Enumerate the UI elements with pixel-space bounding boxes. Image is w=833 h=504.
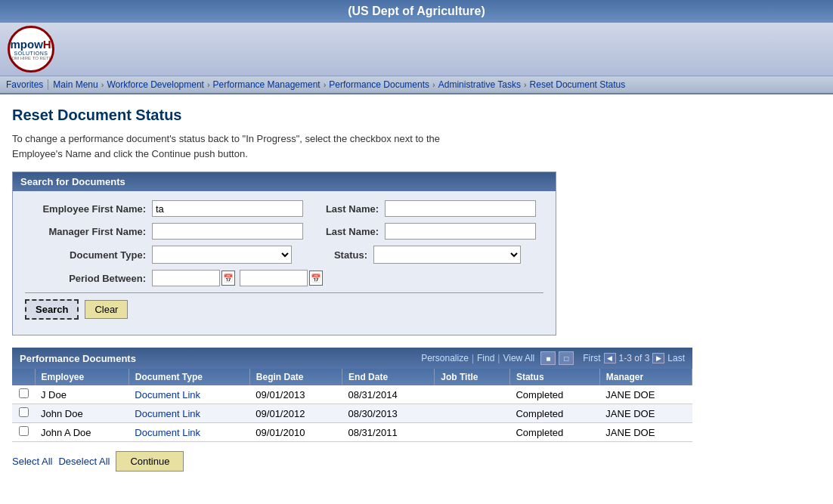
col-status: Status [509, 369, 599, 385]
manager-first-name-label: Manager First Name: [25, 226, 146, 237]
clear-button[interactable]: Clear [85, 300, 128, 319]
main-content: Reset Document Status To change a perfor… [0, 94, 833, 484]
toolbar-view-all[interactable]: View All [503, 353, 534, 363]
page-title: Reset Document Status [12, 107, 821, 124]
nav-workforce-dev[interactable]: Workforce Development [107, 79, 204, 90]
continue-button[interactable]: Continue [116, 451, 184, 472]
nav-sep-5: › [524, 80, 527, 89]
table-header-row: Employee Document Type Begin Date End Da… [12, 369, 692, 385]
search-header: Search for Documents [13, 172, 556, 191]
toolbar-personalize[interactable]: Personalize [421, 353, 469, 363]
toolbar-sep-2: | [497, 353, 500, 363]
top-banner: (US Dept of Agriculture) [0, 0, 833, 23]
perf-docs-toolbar: Personalize | Find | View All ■ □ First … [421, 351, 685, 365]
select-all-link[interactable]: Select All [12, 456, 52, 467]
nav-reset-doc-status[interactable]: Reset Document Status [530, 79, 626, 90]
toolbar-find[interactable]: Find [477, 353, 494, 363]
nav-main-menu[interactable]: Main Menu [53, 79, 98, 90]
row-doc-type-0: Document Link [129, 385, 249, 404]
search-section: Search for Documents Employee First Name… [12, 172, 556, 335]
logo-tagline: FROM HIRE TO RETIRE [8, 56, 54, 60]
page-next-btn[interactable]: ▶ [652, 353, 664, 363]
status-col: Status: [307, 246, 521, 264]
doc-link-2[interactable]: Document Link [135, 427, 200, 438]
nav-favorites[interactable]: Favorites [6, 79, 43, 90]
last-name-col: Last Name: [318, 200, 536, 217]
logo-circle: EmpowHR SOLUTIONS FROM HIRE TO RETIRE [8, 26, 54, 73]
col-manager: Manager [599, 369, 692, 385]
nav-perf-mgmt[interactable]: Performance Management [213, 79, 321, 90]
table-row: John Doe Document Link 09/01/2012 08/30/… [12, 404, 692, 423]
form-buttons-row: Search Clear [25, 299, 543, 320]
row-checkbox-2[interactable] [19, 426, 29, 436]
row-manager-1: JANE DOE [599, 404, 692, 423]
logo-hr-text: HR [43, 38, 54, 51]
page-description: To change a performance document's statu… [12, 131, 821, 161]
nav-bar: Favorites Main Menu › Workforce Developm… [0, 76, 833, 94]
row-begin-date-1: 09/01/2012 [249, 404, 342, 423]
row-begin-date-2: 09/01/2010 [249, 423, 342, 442]
header: EmpowHR SOLUTIONS FROM HIRE TO RETIRE [0, 23, 833, 76]
row-end-date-0: 08/31/2014 [342, 385, 435, 404]
form-row-employee-name: Employee First Name: Last Name: [25, 200, 543, 217]
last-name-input[interactable] [385, 200, 536, 217]
period-between-label: Period Between: [25, 273, 146, 284]
doc-link-0[interactable]: Document Link [135, 389, 200, 400]
nav-divider-1 [48, 79, 48, 90]
period-to-input[interactable] [240, 270, 308, 286]
search-button[interactable]: Search [25, 299, 79, 320]
col-begin-date: Begin Date [249, 369, 342, 385]
toolbar-icon-btn-2[interactable]: □ [559, 351, 574, 365]
document-type-label: Document Type: [25, 249, 146, 261]
toolbar-icons: ■ □ [540, 351, 574, 365]
perf-docs-title: Performance Documents [20, 353, 136, 364]
nav-perf-docs[interactable]: Performance Documents [329, 79, 429, 90]
row-end-date-1: 08/30/2013 [342, 404, 435, 423]
manager-last-name-input[interactable] [385, 223, 536, 240]
row-checkbox-cell [12, 423, 35, 442]
row-status-1: Completed [509, 404, 599, 423]
status-label: Status: [307, 249, 367, 261]
logo-container: EmpowHR SOLUTIONS FROM HIRE TO RETIRE [8, 26, 54, 73]
row-employee-0: J Doe [35, 385, 129, 404]
toolbar-icon-btn-1[interactable]: ■ [540, 351, 556, 365]
search-body: Employee First Name: Last Name: Manager … [13, 191, 556, 335]
form-divider [25, 292, 543, 293]
calendar-to-icon[interactable]: 📅 [309, 271, 323, 286]
row-status-2: Completed [509, 423, 599, 442]
last-name-label: Last Name: [318, 203, 379, 215]
row-employee-2: John A Doe [35, 423, 129, 442]
document-type-select[interactable] [152, 246, 292, 264]
row-end-date-2: 08/31/2011 [342, 423, 435, 442]
calendar-from-icon[interactable]: 📅 [221, 271, 235, 286]
row-checkbox-cell [12, 385, 35, 404]
nav-sep-3: › [324, 80, 327, 89]
nav-sep-1: › [101, 80, 104, 89]
row-checkbox-0[interactable] [19, 388, 29, 398]
row-manager-2: JANE DOE [599, 423, 692, 442]
doc-link-1[interactable]: Document Link [135, 408, 200, 419]
col-checkbox [12, 369, 35, 385]
page-prev-btn[interactable]: ◀ [604, 353, 616, 363]
col-employee: Employee [35, 369, 129, 385]
col-document-type: Document Type [129, 369, 249, 385]
status-select[interactable] [373, 246, 521, 264]
pagination-last[interactable]: Last [667, 353, 685, 363]
nav-admin-tasks[interactable]: Administrative Tasks [438, 79, 521, 90]
banner-title: (US Dept of Agriculture) [348, 5, 485, 17]
manager-first-name-input[interactable] [152, 223, 303, 240]
row-doc-type-2: Document Link [129, 423, 249, 442]
form-row-manager-name: Manager First Name: Last Name: [25, 223, 543, 240]
form-row-period: Period Between: 📅 📅 [25, 270, 543, 286]
employee-first-name-input[interactable] [152, 200, 303, 217]
row-checkbox-1[interactable] [19, 407, 29, 417]
description-line2: Employee's Name and click the Continue p… [12, 148, 248, 159]
form-row-type-status: Document Type: Status: [25, 246, 543, 264]
description-line1: To change a performance document's statu… [12, 133, 440, 144]
perf-docs-section: Performance Documents Personalize | Find… [12, 348, 692, 442]
perf-docs-table: Employee Document Type Begin Date End Da… [12, 369, 692, 442]
deselect-all-link[interactable]: Deselect All [58, 456, 110, 467]
period-from-input[interactable] [152, 270, 220, 286]
perf-docs-header-bar: Performance Documents Personalize | Find… [12, 348, 692, 369]
pagination-first[interactable]: First [583, 353, 600, 363]
